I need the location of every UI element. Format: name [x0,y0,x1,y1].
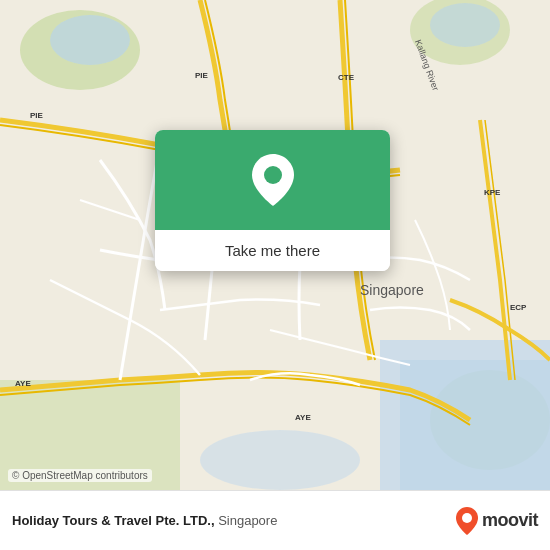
svg-text:PIE: PIE [195,71,209,80]
moovit-logo: moovit [456,507,538,535]
moovit-brand-text: moovit [482,510,538,531]
svg-point-19 [264,166,282,184]
svg-text:ECP: ECP [510,303,527,312]
popup-card: Take me there [155,130,390,271]
take-me-there-button[interactable]: Take me there [155,230,390,271]
moovit-pin-icon [456,507,478,535]
svg-rect-8 [400,360,550,490]
svg-text:PIE: PIE [30,111,44,120]
svg-text:AYE: AYE [295,413,311,422]
popup-green-area [155,130,390,230]
svg-point-6 [50,15,130,65]
svg-text:KPE: KPE [484,188,501,197]
svg-point-9 [200,430,360,490]
svg-text:AYE: AYE [15,379,31,388]
map-container: PIE PIE PIE CTE KPE ECP AYE AYE Kallang … [0,0,550,490]
osm-attribution: © OpenStreetMap contributors [8,469,152,482]
singapore-label: Singapore [360,282,424,298]
bottom-left: Holiday Tours & Travel Pte. LTD., Singap… [12,513,277,528]
bottom-bar: Holiday Tours & Travel Pte. LTD., Singap… [0,490,550,550]
svg-text:CTE: CTE [338,73,355,82]
svg-point-20 [462,513,472,523]
business-name: Holiday Tours & Travel Pte. LTD., Singap… [12,513,277,528]
location-pin-icon [252,154,294,206]
svg-point-7 [430,3,500,47]
